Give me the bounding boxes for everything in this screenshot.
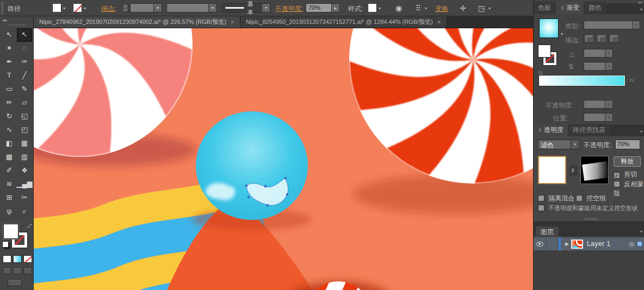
location-dropdown[interactable]: ▾ — [584, 113, 613, 122]
width-tool[interactable]: ∿ — [2, 123, 17, 137]
visibility-cell[interactable] — [534, 237, 547, 250]
stepper-down-icon[interactable]: ▾ — [125, 8, 126, 12]
paintbrush-tool[interactable]: ✎ — [17, 83, 32, 96]
tab-close-icon[interactable]: × — [231, 18, 234, 26]
gradient-thumbnail[interactable] — [539, 18, 559, 38]
default-fill-stroke-icon[interactable] — [2, 241, 9, 248]
panel-resize-grip[interactable] — [584, 218, 598, 220]
layer-expand-icon[interactable]: ▶ — [565, 241, 569, 247]
symbol-sprayer-tool[interactable]: ≋ — [2, 178, 17, 191]
curvature-tool[interactable]: ✑ — [17, 55, 32, 69]
gradient-along-stroke-button[interactable] — [596, 34, 607, 43]
tab-transparency[interactable]: ⇕ 透明度 — [534, 124, 568, 136]
gradient-thumb-dropdown-icon[interactable]: ▾ — [561, 31, 563, 36]
draw-normal-button[interactable] — [3, 267, 11, 274]
stroke-color-swatch[interactable] — [73, 3, 82, 12]
rotate-tool[interactable]: ↻ — [2, 110, 17, 123]
release-button[interactable]: 释放 — [614, 156, 641, 167]
isolate-blending-checkbox[interactable] — [538, 195, 544, 201]
fill-proxy-swatch[interactable] — [3, 224, 18, 239]
artboard-tool[interactable]: ⊞ — [2, 191, 17, 205]
transform-link[interactable]: 变换 — [435, 4, 448, 14]
stop-opacity-dropdown[interactable]: ▾ — [584, 100, 613, 109]
tools-collapse-icon[interactable]: ◂◂ — [2, 17, 6, 23]
layer-target-icon[interactable]: ◎ — [629, 241, 634, 248]
free-transform-tool[interactable]: ◰ — [17, 123, 32, 137]
eye-icon[interactable] — [536, 242, 543, 247]
gradient-type-dropdown[interactable]: ▾ — [584, 21, 640, 29]
shape-builder-tool[interactable]: ◧ — [2, 137, 17, 150]
profile-dropdown[interactable]: ▾ — [209, 3, 217, 12]
opacity-link[interactable]: 不透明度: — [275, 4, 303, 14]
type-tool[interactable]: T — [2, 69, 17, 83]
style-swatch[interactable] — [368, 3, 377, 12]
perspective-grid-tool[interactable]: ▦ — [17, 137, 32, 150]
draw-behind-button[interactable] — [13, 267, 22, 274]
style-dropdown-icon[interactable]: ▾ — [379, 6, 381, 11]
gradient-fill-proxy[interactable] — [538, 45, 551, 58]
clip-checkbox[interactable]: ✓ — [614, 172, 620, 179]
layers-panel-menu-icon[interactable]: ▾ — [640, 229, 642, 234]
layer-selected-indicator[interactable] — [637, 241, 642, 247]
tab-close-icon[interactable]: × — [437, 18, 441, 26]
tools-grip[interactable] — [8, 24, 26, 26]
invert-mask-checkbox[interactable] — [614, 181, 620, 187]
line-segment-tool[interactable]: ╱ — [17, 69, 32, 83]
document-tab[interactable]: Nipic_27840962_20190702091230974002.ai* … — [34, 16, 240, 28]
stroke-dropdown-icon[interactable]: ▾ — [84, 6, 86, 11]
align-icon[interactable]: ◳ — [475, 2, 487, 14]
column-graph-tool[interactable]: ▁▄▆ — [17, 178, 32, 191]
zoom-tool[interactable]: ⌕ — [17, 205, 32, 218]
gradient-across-stroke-button[interactable] — [609, 34, 620, 43]
direct-selection-tool[interactable]: ↖ — [17, 28, 32, 42]
link-icon[interactable]: ∞ — [569, 166, 577, 175]
tab-swatches[interactable]: 色板 — [534, 2, 555, 14]
recolor-artwork-icon[interactable]: ◉ — [393, 2, 405, 14]
swap-fill-stroke-icon[interactable]: ⤢ — [27, 223, 32, 229]
tab-pathfinder[interactable]: 路径查找器 — [568, 124, 610, 136]
lasso-tool[interactable]: ◌ — [17, 42, 32, 55]
align-dropdown[interactable]: ▾ — [488, 6, 491, 11]
transparency-panel-menu-icon[interactable]: ▾ — [640, 129, 642, 134]
object-thumbnail[interactable] — [538, 156, 566, 184]
layer-thumbnail[interactable] — [571, 239, 583, 249]
fill-dropdown-icon[interactable]: ▾ — [63, 6, 65, 11]
pencil-tool[interactable]: ✏ — [2, 96, 17, 110]
opacity-input[interactable]: 70% — [306, 3, 332, 12]
opacity-arrow[interactable]: ▶ — [332, 3, 340, 12]
gradient-panel-menu-icon[interactable]: ▾ — [640, 7, 642, 12]
screen-mode-button[interactable] — [8, 279, 22, 286]
control-bar-grip[interactable] — [1, 2, 4, 14]
fill-color-swatch[interactable] — [52, 3, 61, 12]
draw-inside-button[interactable] — [23, 267, 32, 274]
eyedropper-tool[interactable]: ✐ — [2, 164, 17, 178]
gradient-slider[interactable] — [539, 75, 625, 86]
gradient-within-stroke-button[interactable] — [584, 34, 595, 43]
knockout-group-checkbox[interactable] — [576, 195, 583, 201]
tab-layers[interactable]: 图层 — [536, 226, 559, 238]
selection-tool[interactable]: ↖ — [2, 28, 17, 42]
blend-tool[interactable]: ❖ — [17, 164, 32, 178]
gradient-tool[interactable]: ▥ — [17, 150, 32, 164]
document-tab[interactable]: Nipic_8254950_20190312073427152771.ai* @… — [240, 16, 447, 28]
select-similar-dropdown[interactable]: ▾ — [425, 6, 427, 11]
variable-width-profile[interactable] — [166, 3, 209, 12]
layer-row[interactable]: ▶ Layer 1 ◎ — [534, 237, 644, 250]
knockout-shape-checkbox[interactable] — [538, 205, 544, 211]
transparency-opacity-input[interactable]: 70% — [615, 140, 640, 149]
mesh-tool[interactable]: ▩ — [2, 150, 17, 164]
artboard-canvas[interactable] — [34, 28, 533, 290]
gradient-button[interactable] — [13, 255, 22, 263]
magic-wand-tool[interactable]: ✶ — [2, 42, 17, 55]
lock-cell[interactable] — [547, 237, 559, 250]
stroke-weight-value[interactable] — [130, 3, 154, 12]
none-button[interactable] — [23, 255, 32, 263]
gradient-angle-dropdown[interactable]: ▾ — [584, 49, 613, 58]
stepper-up-icon[interactable]: ▴ — [125, 4, 126, 8]
hand-tool[interactable]: ψ — [2, 205, 17, 218]
tab-gradient[interactable]: ⇕ 渐变 — [556, 2, 584, 14]
slice-tool[interactable]: ✂ — [17, 191, 32, 205]
layer-name[interactable]: Layer 1 — [587, 240, 611, 248]
scale-tool[interactable]: ◱ — [17, 110, 32, 123]
aspect-ratio-dropdown[interactable]: ▾ — [584, 62, 613, 71]
